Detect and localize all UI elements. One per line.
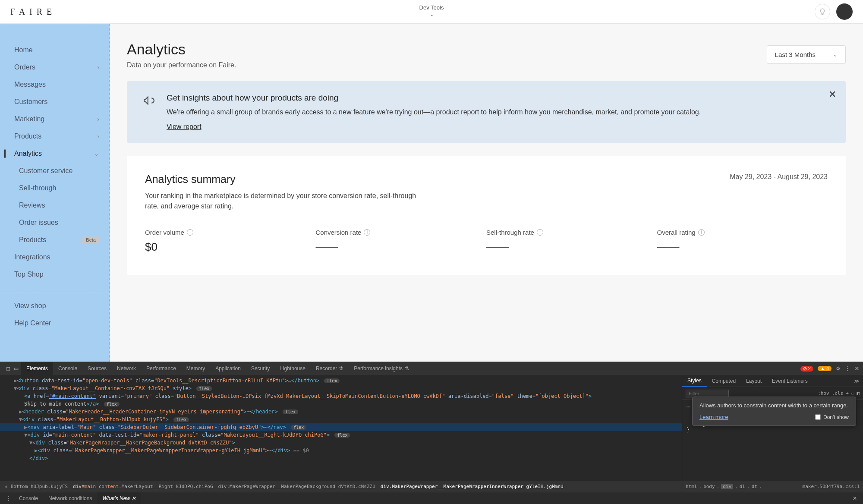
date-filter-dropdown[interactable]: Last 3 Months ⌄ <box>767 45 846 64</box>
info-icon[interactable]: i <box>698 229 705 236</box>
tab-recorder[interactable]: Recorder ⚗ <box>311 362 349 375</box>
sidebar-item-orders[interactable]: Orders› <box>0 59 109 76</box>
sidebar-item-label: Customer service <box>19 167 72 175</box>
sidebar-item-analytics[interactable]: Analytics⌄ <box>0 145 109 162</box>
crumb[interactable]: dl <box>740 484 745 489</box>
devtools-dropdown[interactable]: Dev Tools ⌄ <box>419 4 444 17</box>
tab-computed[interactable]: Computed <box>707 375 741 387</box>
info-icon[interactable]: i <box>364 229 370 236</box>
chevron-right-icon: › <box>97 133 99 140</box>
crumb[interactable]: html <box>686 484 697 489</box>
avatar[interactable] <box>836 3 853 20</box>
beaker-icon: ⚗ <box>404 365 409 372</box>
more-icon[interactable]: ≫ <box>850 378 863 384</box>
lightbulb-button[interactable] <box>815 4 830 19</box>
sidebar-item-products[interactable]: Products› <box>0 128 109 145</box>
error-count-badge[interactable]: ⊘ 2 <box>800 366 813 372</box>
elements-tree[interactable]: ▶<button data-test-id="open-dev-tools" c… <box>0 375 682 481</box>
close-icon[interactable]: ✕ <box>850 495 860 501</box>
sidebar-item-label: Order issues <box>19 219 58 227</box>
devtools-tooltip: Allows authors to constrain content widt… <box>692 397 856 426</box>
devtools-tabs: ◻ ▭ Elements Console Sources Network Per… <box>0 362 863 375</box>
tab-memory[interactable]: Memory <box>181 362 210 375</box>
sidebar-item-integrations[interactable]: Integrations <box>0 249 109 266</box>
warning-count-badge[interactable]: ▲ 4 <box>818 366 832 371</box>
crumb[interactable]: div.MakerPageWrapper__MakerPageBackgroun… <box>216 484 378 489</box>
styles-panel: Styles Computed Layout Event Listeners ≫… <box>682 375 863 481</box>
tab-network[interactable]: Network <box>112 362 141 375</box>
checkbox[interactable] <box>815 414 821 420</box>
drawer-tab-whats-new[interactable]: What's New ✕ <box>97 492 141 504</box>
metrics-row: Order volumei $0 Conversion ratei —— Sel… <box>145 229 828 254</box>
dont-show-checkbox[interactable]: Don't show <box>815 414 849 420</box>
app-header: FAIRE Dev Tools ⌄ <box>0 0 863 24</box>
sidebar-subitem-reviews[interactable]: Reviews <box>0 197 109 214</box>
elements-breadcrumb[interactable]: ◀ Bottom-hUJpub.kujyFS div#main-content.… <box>0 481 682 492</box>
view-report-link[interactable]: View report <box>167 123 202 130</box>
close-icon[interactable]: ✕ <box>132 495 136 501</box>
sidebar-item-messages[interactable]: Messages <box>0 76 109 93</box>
tab-performance-insights[interactable]: Performance insights ⚗ <box>349 362 414 375</box>
sidebar-item-label: Analytics <box>14 150 42 158</box>
plus-icon[interactable]: + <box>846 391 849 396</box>
info-icon[interactable]: i <box>187 229 193 236</box>
crumb[interactable]: Bottom-hUJpub.kujyFS <box>8 484 70 489</box>
sidebar-item-home[interactable]: Home <box>0 41 109 59</box>
drawer-tab-console[interactable]: Console <box>14 492 43 504</box>
tab-lighthouse[interactable]: Lighthouse <box>275 362 311 375</box>
header-right <box>815 3 853 20</box>
tab-console[interactable]: Console <box>53 362 82 375</box>
sidebar-item-label: Orders <box>14 63 35 71</box>
crumb[interactable]: div <box>721 484 733 489</box>
sidebar-item-view-shop[interactable]: View shop <box>0 297 109 315</box>
sidebar-subitem-products[interactable]: ProductsBeta <box>0 231 109 249</box>
banner-text: We're offering a small group of brands e… <box>167 107 701 117</box>
tab-application[interactable]: Application <box>210 362 246 375</box>
drawer-menu-icon[interactable]: ⋮ <box>3 495 14 501</box>
hov-toggle[interactable]: :hov <box>818 391 829 396</box>
learn-more-link[interactable]: Learn more <box>699 414 728 420</box>
sidebar-subitem-sell-through[interactable]: Sell-through <box>0 180 109 197</box>
tab-sources[interactable]: Sources <box>82 362 112 375</box>
metric-label: Overall ratingi <box>657 229 828 236</box>
close-button[interactable]: ✕ <box>828 89 836 100</box>
crumb[interactable]: body <box>703 484 715 489</box>
filter-input[interactable] <box>686 390 729 397</box>
metric-value: —— <box>486 240 657 254</box>
print-icon[interactable]: ▭ <box>851 391 854 396</box>
sidebar-subitem-customer-service[interactable]: Customer service <box>0 162 109 180</box>
info-icon[interactable]: i <box>537 229 543 236</box>
more-icon[interactable]: ⋮ <box>845 365 850 372</box>
crumb[interactable]: dt <box>752 484 757 489</box>
sidebar-item-customers[interactable]: Customers <box>0 93 109 110</box>
metric-label: Order volumei <box>145 229 316 236</box>
summary-title: Analytics summary <box>145 173 236 186</box>
sidebar-item-marketing[interactable]: Marketing› <box>0 110 109 128</box>
device-toolbar-icon[interactable]: ▭ <box>14 365 19 372</box>
tab-styles[interactable]: Styles <box>682 375 707 387</box>
sidebar-item-help-center[interactable]: Help Center <box>0 315 109 332</box>
crumb[interactable]: div.MakerPageWrapper__MakerPageWrapperIn… <box>378 484 566 489</box>
metric-overall-rating: Overall ratingi —— <box>657 229 828 254</box>
crumb[interactable]: div#main-content.MakerLayout__Right-kJdD… <box>70 484 216 489</box>
tab-performance[interactable]: Performance <box>141 362 181 375</box>
sidebar-subitem-order-issues[interactable]: Order issues <box>0 214 109 231</box>
computed-icon[interactable]: ◧ <box>857 391 860 396</box>
gear-icon[interactable]: ⚙ <box>836 365 841 372</box>
sidebar-item-label: Products <box>19 236 46 244</box>
tab-security[interactable]: Security <box>246 362 275 375</box>
tab-layout[interactable]: Layout <box>741 375 767 387</box>
sidebar-item-label: Customers <box>14 98 47 106</box>
tab-event-listeners[interactable]: Event Listeners <box>767 375 813 387</box>
drawer-tab-network-conditions[interactable]: Network conditions <box>43 492 97 504</box>
sidebar-item-top-shop[interactable]: Top Shop <box>0 266 109 283</box>
inspect-element-icon[interactable]: ◻ <box>6 365 10 372</box>
source-file[interactable]: maker.5084f79a.css:1 <box>803 484 860 489</box>
sidebar-item-label: Messages <box>14 81 46 88</box>
cls-toggle[interactable]: .cls <box>832 391 844 396</box>
chevron-left-icon[interactable]: ◀ <box>3 484 8 489</box>
metric-label: Conversion ratei <box>316 229 487 236</box>
close-icon[interactable]: ✕ <box>854 365 860 372</box>
devtools-dropdown-label: Dev Tools <box>419 4 444 11</box>
tab-elements[interactable]: Elements <box>21 362 53 375</box>
